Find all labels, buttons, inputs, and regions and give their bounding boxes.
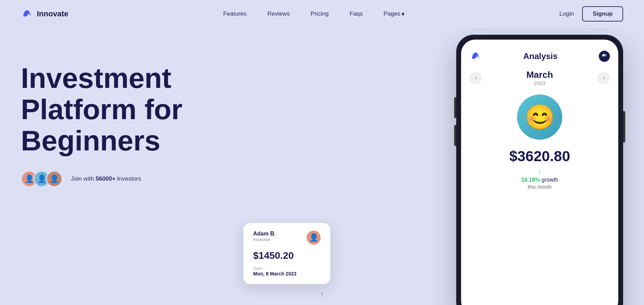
month-navigation: ‹ March 2023 ›: [469, 69, 610, 86]
investee-card: Adam B. Investee 👤 $1450.20 Date Mon, 8 …: [243, 223, 330, 284]
nav-auth: Login Signup: [560, 6, 623, 22]
phone-screen: Analysis ‹ March 2023: [461, 40, 618, 305]
phone-side-btn: [454, 97, 456, 118]
logo[interactable]: Innovate: [21, 8, 68, 20]
investee-date-block: Date Mon, 8 March 2023: [253, 266, 321, 277]
investee-date-label: Date: [253, 266, 321, 271]
phone-side-btn-2: [454, 125, 456, 146]
investee-date-value: Mon, 8 March 2023: [253, 271, 321, 277]
investee-info: Adam B. Investee: [253, 231, 276, 242]
investee-card-header: Adam B. Investee 👤: [253, 231, 321, 245]
nav-link-reviews[interactable]: Reviews: [267, 10, 290, 17]
avatar: 👤: [46, 171, 63, 187]
growth-sublabel: this month: [528, 184, 552, 190]
hero-title: Investment Platform for Beginners: [21, 63, 352, 157]
growth-text: 16.18% growth: [521, 177, 558, 183]
phone-side-btn-right: [623, 111, 625, 142]
avatar-group: 👤 👤 👤: [21, 171, 58, 187]
growth-indicator: ↑ 16.18% growth this month: [521, 169, 558, 190]
phone-header: Analysis: [469, 50, 610, 63]
investee-avatar-face: 👤: [309, 233, 319, 242]
investee-amount: $1450.20: [253, 250, 321, 261]
nav-link-faqs[interactable]: Faqs: [349, 10, 363, 17]
next-month-button[interactable]: ›: [597, 72, 610, 84]
nav-link-pages[interactable]: Pages: [384, 10, 400, 17]
brand-name: Innovate: [37, 9, 68, 18]
investee-name: Adam B.: [253, 231, 276, 237]
investee-avatar: 👤: [307, 231, 321, 245]
investors-count: 56000+: [96, 175, 115, 182]
phone-logo-icon: [469, 50, 482, 63]
phone-outer-frame: Analysis ‹ March 2023: [456, 35, 623, 305]
growth-label: growth: [541, 177, 558, 183]
phone-chart-icon: [599, 51, 610, 62]
month-label: March 2023: [526, 69, 553, 86]
chevron-down-icon: ▾: [402, 11, 404, 17]
avatar-face: 😊: [525, 103, 555, 131]
scroll-arrow: ↑: [320, 290, 324, 298]
month-name: March: [526, 69, 553, 80]
growth-up-arrow: ↑: [538, 169, 541, 176]
phone-screen-title: Analysis: [523, 51, 558, 61]
nav-links: Features Reviews Pricing Faqs Pages ▾: [223, 10, 404, 17]
navbar: Innovate Features Reviews Pricing Faqs P…: [0, 0, 644, 28]
nav-link-features[interactable]: Features: [223, 10, 247, 17]
nav-item-features[interactable]: Features: [223, 10, 247, 17]
chart-icon: [601, 53, 607, 59]
nav-item-reviews[interactable]: Reviews: [267, 10, 290, 17]
nav-item-faqs[interactable]: Faqs: [349, 10, 363, 17]
signup-button[interactable]: Signup: [582, 6, 623, 22]
hero-section: Investment Platform for Beginners 👤 👤 👤 …: [0, 28, 644, 305]
phone-user-avatar: 😊: [517, 94, 562, 140]
investee-role: Investee: [253, 237, 276, 242]
month-year: 2023: [526, 80, 553, 86]
logo-icon: [21, 8, 33, 20]
growth-percentage: 16.18%: [521, 177, 540, 183]
hero-investors: 👤 👤 👤 Join with 56000+ Investors: [21, 171, 352, 187]
login-button[interactable]: Login: [560, 10, 574, 17]
nav-link-pricing[interactable]: Pricing: [311, 10, 329, 17]
nav-item-pricing[interactable]: Pricing: [311, 10, 329, 17]
prev-month-button[interactable]: ‹: [469, 72, 482, 84]
nav-item-pages[interactable]: Pages ▾: [384, 10, 404, 17]
phone-mockup: Analysis ‹ March 2023: [456, 35, 623, 305]
investors-text: Join with 56000+ Investors: [71, 175, 141, 182]
phone-amount: $3620.80: [509, 148, 570, 165]
